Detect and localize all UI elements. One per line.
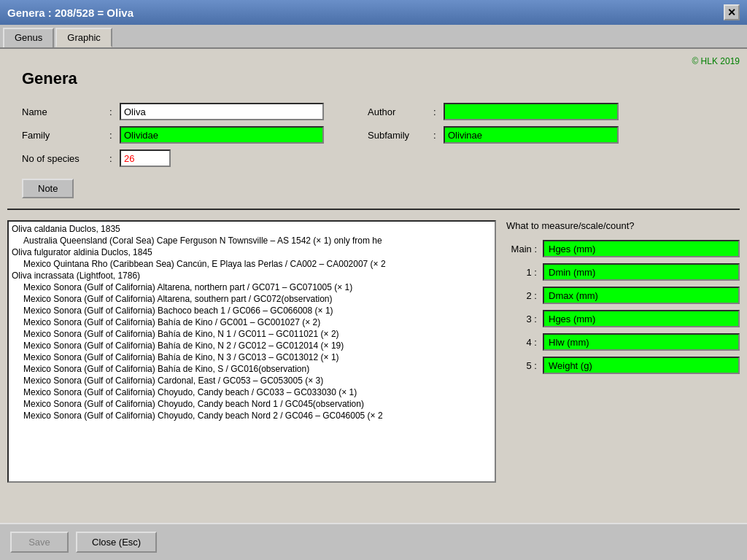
name-colon: : <box>109 106 120 117</box>
subfamily-input[interactable] <box>444 126 619 144</box>
save-button[interactable]: Save <box>10 532 69 553</box>
list-item[interactable]: Mexico Sonora (Gulf of California) Bacho… <box>9 305 495 316</box>
subfamily-group: Subfamily : <box>368 126 619 144</box>
title-bar: Genera : 208/528 = Oliva ✕ <box>0 0 747 25</box>
list-item[interactable]: Mexico Sonora (Gulf of California) Choyu… <box>9 386 495 398</box>
form-section: Name : Author : Family : Subfamily : No … <box>22 103 740 167</box>
measure-label-1: 1 : <box>506 267 543 278</box>
family-input[interactable] <box>120 126 324 144</box>
measure-label-3: 3 : <box>506 314 543 324</box>
list-item[interactable]: Mexico Sonora (Gulf of California) Choyu… <box>9 410 495 421</box>
no-species-label: No of species <box>22 153 109 164</box>
list-item[interactable]: Mexico Sonora (Gulf of California) Bahía… <box>9 363 495 375</box>
tab-genus[interactable]: Genus <box>3 28 54 47</box>
copyright: © HLK 2019 <box>7 56 740 66</box>
measure-title: What to measure/scale/count? <box>506 220 740 231</box>
measure-panel: What to measure/scale/count? Main : Hges… <box>506 220 740 483</box>
author-colon: : <box>433 106 444 117</box>
list-item[interactable]: Oliva caldania Duclos, 1835 <box>9 223 495 235</box>
measure-value-main: Hges (mm) <box>543 240 740 257</box>
species-list-container: Oliva caldania Duclos, 1835 Australia Qu… <box>7 220 496 483</box>
species-list[interactable]: Oliva caldania Duclos, 1835 Australia Qu… <box>9 222 495 481</box>
list-item[interactable]: Mexico Sonora (Gulf of California) Bahía… <box>9 351 495 363</box>
close-button[interactable]: Close (Esc) <box>76 532 157 553</box>
name-label: Name <box>22 106 109 117</box>
list-item[interactable]: Mexico Sonora (Gulf of California) Altar… <box>9 293 495 305</box>
family-row: Family : Subfamily : <box>22 126 740 144</box>
tab-graphic[interactable]: Graphic <box>55 28 112 47</box>
main-content: © HLK 2019 Genera Name : Author : Family… <box>0 49 747 523</box>
measure-value-2: Dmax (mm) <box>543 287 740 304</box>
bottom-section: Oliva caldania Duclos, 1835 Australia Qu… <box>7 220 740 483</box>
bottom-bar: Save Close (Esc) <box>0 523 747 559</box>
species-row: No of species : <box>22 149 740 167</box>
divider <box>7 209 740 210</box>
subfamily-label: Subfamily <box>368 130 433 141</box>
measure-value-1: Dmin (mm) <box>543 263 740 281</box>
author-label: Author <box>368 106 433 117</box>
list-item[interactable]: Oliva incrassata (Lightfoot, 1786) <box>9 270 495 281</box>
list-item[interactable]: Mexico Sonora (Gulf of California) Bahía… <box>9 340 495 351</box>
name-row: Name : Author : <box>22 103 740 120</box>
measure-value-5: Weight (g) <box>543 357 740 374</box>
author-input[interactable] <box>444 103 619 120</box>
list-item[interactable]: Mexico Sonora (Gulf of California) Altar… <box>9 281 495 293</box>
list-item[interactable]: Australia Queensland (Coral Sea) Cape Fe… <box>9 235 495 246</box>
list-item[interactable]: Mexico Sonora (Gulf of California) Choyu… <box>9 398 495 410</box>
measure-label-5: 5 : <box>506 360 543 371</box>
measure-row-main: Main : Hges (mm) <box>506 240 740 257</box>
genera-heading: Genera <box>22 69 740 88</box>
list-item[interactable]: Mexico Sonora (Gulf of California) Bahía… <box>9 328 495 340</box>
measure-row-5: 5 : Weight (g) <box>506 357 740 374</box>
name-input[interactable] <box>120 103 324 120</box>
measure-value-3: Hges (mm) <box>543 310 740 327</box>
measure-value-4: Hlw (mm) <box>543 333 740 351</box>
note-button[interactable]: Note <box>22 179 74 198</box>
measure-label-2: 2 : <box>506 290 543 301</box>
measure-label-main: Main : <box>506 244 543 254</box>
list-item[interactable]: Oliva fulgurator aldinia Duclos, 1845 <box>9 246 495 258</box>
measure-row-2: 2 : Dmax (mm) <box>506 287 740 304</box>
no-species-input[interactable] <box>120 149 171 167</box>
measure-row-1: 1 : Dmin (mm) <box>506 263 740 281</box>
subfamily-colon: : <box>433 130 444 141</box>
window-title: Genera : 208/528 = Oliva <box>7 7 133 19</box>
list-item[interactable]: Mexico Sonora (Gulf of California) Bahía… <box>9 316 495 328</box>
measure-label-4: 4 : <box>506 337 543 348</box>
family-colon: : <box>109 130 120 141</box>
author-group: Author : <box>368 103 619 120</box>
list-item[interactable]: Mexico Quintana Rho (Caribbean Sea) Canc… <box>9 258 495 270</box>
family-label: Family <box>22 130 109 141</box>
measure-row-4: 4 : Hlw (mm) <box>506 333 740 351</box>
no-species-colon: : <box>109 153 120 164</box>
tab-bar: Genus Graphic <box>0 25 747 49</box>
measure-row-3: 3 : Hges (mm) <box>506 310 740 327</box>
list-item[interactable]: Mexico Sonora (Gulf of California) Cardo… <box>9 375 495 386</box>
close-window-button[interactable]: ✕ <box>724 4 740 20</box>
